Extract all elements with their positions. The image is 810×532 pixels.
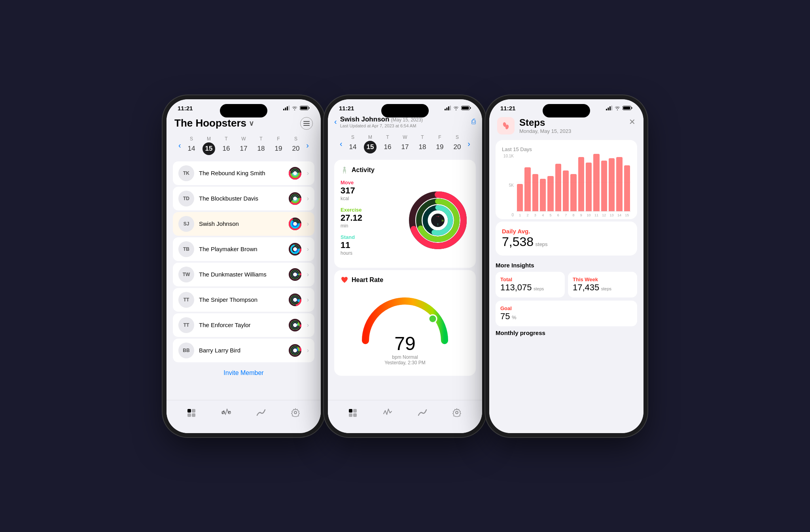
- cal-day-t16[interactable]: T 16: [380, 134, 395, 153]
- calendar-strip-2: ‹ S 14 M 15 T 16 W: [334, 131, 476, 157]
- cal-days-1: S 14 M 15 T 16 W 17: [184, 136, 303, 155]
- cal-day-s20[interactable]: S 20: [450, 134, 465, 153]
- cal-next-1[interactable]: ›: [306, 141, 309, 150]
- tab-home-1[interactable]: [183, 404, 201, 421]
- chevron-right-icon: ›: [307, 271, 309, 278]
- chart-bar: [624, 165, 630, 211]
- chart-x-labels: 123456789101112131415: [516, 212, 631, 217]
- activity-icon: [221, 408, 231, 417]
- cal-day-fri[interactable]: F 19: [271, 136, 286, 155]
- svg-text:→: →: [435, 214, 440, 219]
- chart-bar: [616, 157, 622, 211]
- chart-x-label: 8: [570, 213, 576, 217]
- heart-rate-card: Heart Rate: [334, 270, 476, 376]
- member-name-tw: The Dunkmaster Williams: [199, 271, 283, 278]
- steps-chart: Last 15 Days 10.1K 5K 0: [496, 140, 637, 219]
- svg-rect-89: [606, 109, 607, 110]
- activity-card: Activity Move 317 kcal Exercise 27.12 mi…: [334, 160, 476, 268]
- chart-x-label: 13: [609, 213, 615, 217]
- wifi-icon-2: [453, 106, 459, 110]
- svg-rect-3: [289, 106, 290, 110]
- chevron-right-icon: ›: [307, 220, 309, 227]
- list-item[interactable]: TW The Dunkmaster Williams ›: [173, 263, 314, 286]
- daily-avg-value-row: 7,538 steps: [502, 235, 631, 249]
- svg-rect-61: [192, 413, 195, 417]
- back-button[interactable]: ‹: [334, 117, 337, 126]
- cal-day-sun[interactable]: S 14: [184, 136, 199, 155]
- share-button[interactable]: ⎙: [471, 117, 476, 126]
- svg-point-50: [292, 322, 297, 328]
- svg-rect-65: [445, 109, 446, 110]
- cal-next-2[interactable]: ›: [467, 139, 470, 148]
- tab-settings-1[interactable]: [287, 404, 304, 421]
- activity-rings-sj: [288, 217, 302, 231]
- tab-activity-1[interactable]: [218, 404, 235, 421]
- cal-day-s14[interactable]: S 14: [345, 134, 360, 153]
- svg-rect-1: [285, 108, 286, 110]
- svg-text:»: »: [441, 218, 444, 223]
- list-icon[interactable]: [300, 117, 313, 130]
- calendar-strip-1: ‹ S 14 M 15 T 16: [173, 133, 314, 158]
- cal-day-mon[interactable]: M 15: [201, 136, 216, 155]
- settings-icon-2: [452, 408, 461, 417]
- stand-stat: Stand 11 hours: [341, 234, 400, 256]
- tab-home-2[interactable]: [344, 404, 362, 421]
- svg-rect-71: [470, 107, 471, 109]
- tab-trends-2[interactable]: [414, 404, 431, 421]
- svg-rect-85: [353, 409, 357, 413]
- wifi-icon: [291, 106, 298, 110]
- total-label: Total: [500, 276, 560, 282]
- walk-icon: [341, 166, 348, 174]
- footsteps-icon: [502, 121, 510, 130]
- cal-prev-2[interactable]: ‹: [340, 139, 343, 148]
- goal-unit: %: [512, 314, 517, 320]
- close-button[interactable]: ✕: [629, 117, 636, 127]
- activity-rings-td: [288, 191, 302, 206]
- trends-icon: [256, 408, 266, 417]
- svg-rect-90: [608, 108, 609, 110]
- avatar-tb: TB: [178, 241, 194, 257]
- chart-bar: [563, 170, 569, 211]
- steps-title: Steps: [519, 117, 629, 128]
- cal-day-w17[interactable]: W 17: [397, 134, 413, 153]
- list-item[interactable]: TB The Playmaker Brown ›: [173, 237, 314, 261]
- daily-avg-card: Daily Avg. 7,538 steps: [496, 222, 637, 256]
- more-insights-label: More Insights: [496, 262, 637, 269]
- cal-day-tue[interactable]: T 16: [219, 136, 234, 155]
- svg-rect-9: [303, 125, 310, 126]
- home-icon-2: [348, 408, 358, 417]
- activity-rings-large: → » ↑: [406, 189, 469, 252]
- invite-member-button[interactable]: Invite Member: [167, 363, 321, 383]
- cal-prev-1[interactable]: ‹: [178, 141, 181, 150]
- list-item[interactable]: BB Barry Larry Bird ›: [173, 339, 314, 362]
- list-item[interactable]: TD The Blockbuster Davis ›: [173, 187, 314, 210]
- team-title[interactable]: The Hoopsters ∨: [174, 117, 254, 129]
- cal-day-m15[interactable]: M 15: [363, 134, 378, 153]
- cal-day-sat[interactable]: S 20: [288, 136, 303, 155]
- tab-trends-1[interactable]: [252, 404, 270, 421]
- steps-title-block: Steps Monday, May 15, 2023: [519, 117, 629, 134]
- cal-day-thu[interactable]: T 18: [254, 136, 269, 155]
- cal-day-wed[interactable]: W 17: [236, 136, 251, 155]
- chart-x-label: 6: [555, 213, 561, 217]
- status-time-1: 11:21: [178, 105, 193, 112]
- daily-avg-unit: steps: [536, 241, 548, 247]
- daily-avg-value: 7,538: [502, 235, 534, 249]
- list-item-highlighted[interactable]: SJ Swish Johnson ›: [173, 212, 314, 236]
- chart-bar: [532, 174, 538, 211]
- tab-activity-2[interactable]: [379, 404, 396, 421]
- chart-x-label: 5: [547, 213, 553, 217]
- phones-container: 11:21 The Hoopsters ∨: [167, 99, 643, 433]
- svg-rect-66: [447, 108, 448, 110]
- chart-x-label: 3: [532, 213, 538, 217]
- tab-settings-2[interactable]: [448, 404, 466, 421]
- list-item[interactable]: TT The Enforcer Taylor ›: [173, 313, 314, 337]
- home-icon: [187, 408, 197, 417]
- chart-y-axis: 10.1K 5K 0: [502, 154, 516, 217]
- list-item[interactable]: TK The Rebound King Smith ›: [173, 161, 314, 185]
- cal-day-t18[interactable]: T 18: [415, 134, 430, 153]
- list-item[interactable]: TT The Sniper Thompson ›: [173, 288, 314, 312]
- this-week-card: This Week 17,435 steps: [568, 272, 637, 297]
- svg-rect-8: [303, 123, 310, 124]
- cal-day-f19[interactable]: F 19: [432, 134, 447, 153]
